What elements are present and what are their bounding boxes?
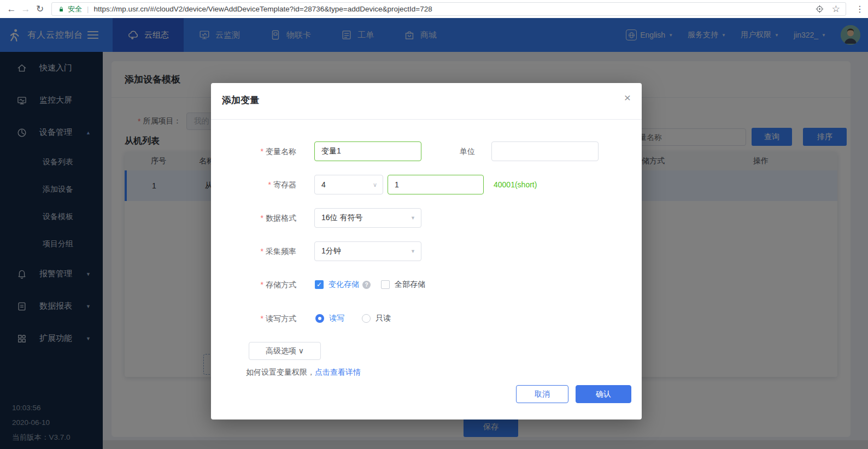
register-type-value: 4 bbox=[321, 180, 326, 189]
question-icon[interactable]: ? bbox=[362, 281, 371, 289]
frequency-label: *采集频率 bbox=[233, 241, 296, 261]
caret-down-icon: ▼ bbox=[410, 215, 415, 221]
required-asterisk: * bbox=[261, 314, 263, 323]
variable-name-label: *变量名称 bbox=[233, 141, 296, 161]
required-asterisk: * bbox=[261, 147, 263, 156]
checkbox-checked-icon: ✓ bbox=[315, 280, 324, 289]
bookmark-star-icon[interactable]: ☆ bbox=[832, 3, 840, 15]
forward-icon[interactable]: → bbox=[19, 4, 33, 15]
refresh-icon[interactable]: ↻ bbox=[33, 3, 47, 15]
rw-readwrite-radio[interactable]: 读写 bbox=[315, 314, 344, 323]
confirm-button[interactable]: 确认 bbox=[576, 385, 631, 403]
register-address-input[interactable] bbox=[388, 175, 484, 194]
help-text: 如何设置变量权限， bbox=[246, 368, 315, 376]
divider bbox=[211, 119, 642, 120]
storage-mode-label: *存储方式 bbox=[233, 275, 296, 294]
help-line: 如何设置变量权限，点击查看详情 bbox=[246, 368, 361, 377]
lock-icon bbox=[57, 5, 65, 13]
target-icon[interactable] bbox=[815, 4, 824, 14]
advanced-options-button[interactable]: 高级选项 ∨ bbox=[249, 342, 321, 360]
modal-title: 添加变量 bbox=[222, 94, 259, 107]
variable-name-input[interactable] bbox=[314, 141, 421, 161]
storage-change-checkbox[interactable]: ✓ 变化存储 ? bbox=[315, 280, 371, 290]
url-text: https://mp.usr.cn/#/cloudV2/device/ViewA… bbox=[93, 5, 814, 13]
unit-label: 单位 bbox=[445, 141, 475, 161]
chevron-down-icon: ∨ bbox=[373, 181, 377, 188]
frequency-select[interactable]: 1分钟 ▼ bbox=[314, 241, 421, 261]
checkbox-unchecked-icon bbox=[381, 280, 390, 289]
close-icon[interactable]: × bbox=[624, 92, 631, 103]
add-variable-modal: 添加变量 × *变量名称 单位 *寄存器 4 ∨ 40001(short) *数… bbox=[211, 83, 642, 420]
rw-readonly-label: 只读 bbox=[376, 314, 391, 323]
browser-chrome: ← → ↻ 安全 | https://mp.usr.cn/#/cloudV2/d… bbox=[0, 0, 868, 18]
required-asterisk: * bbox=[261, 280, 263, 289]
register-type-select[interactable]: 4 ∨ bbox=[314, 175, 383, 194]
register-label: *寄存器 bbox=[233, 175, 296, 194]
radio-selected-icon bbox=[315, 314, 324, 323]
unit-input[interactable] bbox=[491, 141, 599, 161]
radio-unselected-icon bbox=[362, 314, 371, 323]
rw-mode-label: *读写方式 bbox=[233, 309, 296, 328]
storage-all-label: 全部存储 bbox=[395, 280, 425, 290]
data-format-label: *数据格式 bbox=[233, 208, 296, 228]
data-format-select[interactable]: 16位 有符号 ▼ bbox=[314, 208, 421, 228]
required-asterisk: * bbox=[261, 247, 263, 256]
storage-all-checkbox[interactable]: 全部存储 bbox=[381, 280, 425, 290]
register-hint: 40001(short) bbox=[494, 175, 537, 194]
help-link[interactable]: 点击查看详情 bbox=[315, 368, 361, 376]
cancel-button[interactable]: 取消 bbox=[516, 385, 568, 403]
address-bar[interactable]: 安全 | https://mp.usr.cn/#/cloudV2/device/… bbox=[51, 2, 846, 16]
data-format-value: 16位 有符号 bbox=[321, 213, 362, 223]
rw-readwrite-label: 读写 bbox=[329, 314, 344, 323]
caret-down-icon: ▼ bbox=[410, 249, 415, 254]
required-asterisk: * bbox=[261, 214, 263, 222]
required-asterisk: * bbox=[268, 180, 271, 189]
rw-readonly-radio[interactable]: 只读 bbox=[362, 314, 391, 323]
frequency-value: 1分钟 bbox=[321, 246, 341, 256]
storage-change-label: 变化存储 bbox=[329, 280, 359, 290]
menu-kebab-icon[interactable]: ⋮ bbox=[852, 4, 868, 14]
omnibox-separator: | bbox=[87, 5, 89, 13]
back-icon[interactable]: ← bbox=[4, 4, 19, 15]
security-label: 安全 bbox=[68, 4, 82, 14]
